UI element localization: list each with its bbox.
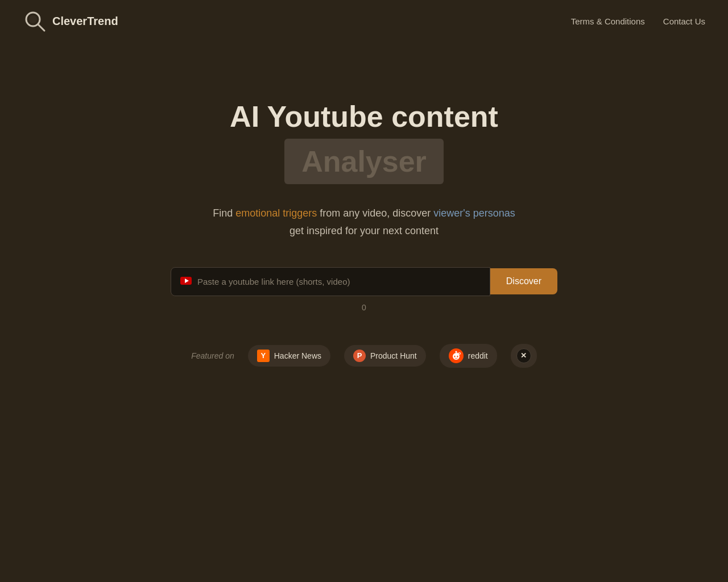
reddit-badge[interactable]: reddit — [440, 344, 497, 368]
main-nav: Terms & Conditions Contact Us — [571, 16, 705, 26]
hacker-news-icon: Y — [257, 350, 270, 362]
hero-subtitle: Find emotional triggers from any video, … — [213, 205, 515, 239]
main-content: AI Youtube content Analyser Find emotion… — [0, 42, 728, 368]
x-twitter-icon: ✕ — [516, 348, 531, 363]
analyser-text: Analyser — [301, 145, 427, 178]
discover-button[interactable]: Discover — [490, 268, 557, 294]
svg-point-7 — [454, 355, 455, 356]
featured-label: Featured on — [191, 351, 234, 360]
reddit-icon — [449, 348, 464, 363]
subtitle-line2: get inspired for your next content — [289, 225, 439, 236]
logo-text: CleverTrend — [52, 15, 118, 28]
x-twitter-badge[interactable]: ✕ — [511, 344, 537, 368]
terms-link[interactable]: Terms & Conditions — [571, 16, 645, 26]
analyser-badge: Analyser — [284, 139, 444, 184]
hacker-news-label: Hacker News — [274, 351, 321, 360]
product-hunt-badge[interactable]: P Product Hunt — [344, 345, 426, 367]
svg-line-1 — [38, 24, 44, 31]
subtitle-mid: from any video, discover — [317, 207, 433, 219]
svg-point-11 — [459, 353, 460, 354]
svg-point-12 — [455, 351, 457, 352]
svg-point-2 — [29, 15, 37, 23]
counter-display: 0 — [362, 303, 366, 312]
product-hunt-label: Product Hunt — [370, 351, 417, 360]
logo-icon — [23, 9, 47, 33]
hacker-news-badge[interactable]: Y Hacker News — [248, 345, 330, 367]
svg-point-8 — [457, 355, 458, 356]
product-hunt-icon: P — [353, 350, 366, 362]
search-input-wrapper — [171, 267, 490, 296]
logo-link[interactable]: CleverTrend — [23, 9, 118, 33]
reddit-label: reddit — [468, 351, 488, 360]
youtube-icon — [180, 276, 192, 288]
contact-link[interactable]: Contact Us — [663, 16, 705, 26]
search-container: Discover — [171, 267, 557, 296]
viewers-personas-text: viewer's personas — [433, 207, 515, 219]
youtube-url-input[interactable] — [197, 277, 481, 286]
site-header: CleverTrend Terms & Conditions Contact U… — [0, 0, 728, 42]
featured-section: Featured on Y Hacker News P Product Hunt — [191, 344, 537, 368]
hero-title-line1: AI Youtube content — [230, 99, 498, 134]
svg-line-10 — [456, 353, 459, 354]
subtitle-pre: Find — [213, 207, 235, 219]
emotional-triggers-text: emotional triggers — [235, 207, 317, 219]
